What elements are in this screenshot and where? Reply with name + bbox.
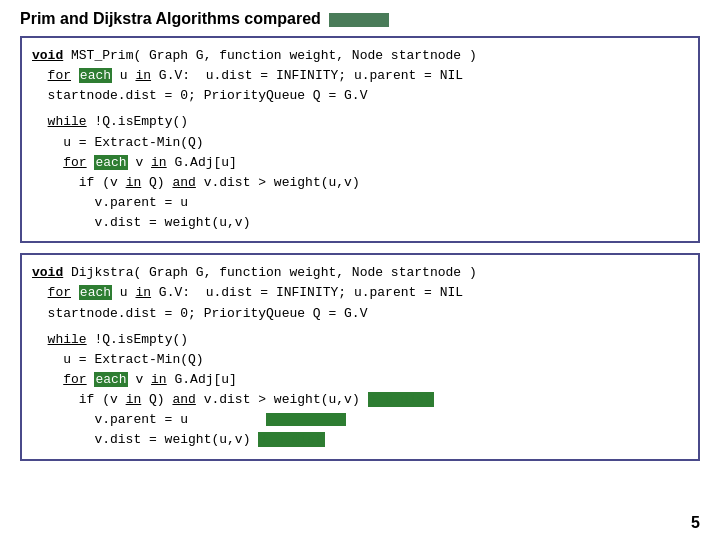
prim-line-1: void MST_Prim( Graph G, function weight,… xyxy=(32,46,688,66)
and-keyword-d: and xyxy=(172,392,195,407)
void-keyword: void xyxy=(32,48,63,63)
for-keyword-d: for xyxy=(48,285,71,300)
green-block xyxy=(266,413,346,426)
for-keyword-d2: for xyxy=(63,372,86,387)
prim-line-6: for each v in G.Adj[u] xyxy=(32,153,688,173)
in-keyword-d3: in xyxy=(126,392,142,407)
in-keyword: in xyxy=(135,68,151,83)
dijkstra-line-5: u = Extract-Min(Q) xyxy=(32,350,688,370)
while-keyword-d: while xyxy=(48,332,87,347)
page: Prim and Dijkstra Algorithms compared vo… xyxy=(0,0,720,540)
prim-line-2: for each u in G.V: u.dist = INFINITY; u.… xyxy=(32,66,688,86)
dijkstra-line-2: for each u in G.V: u.dist = INFINITY; u.… xyxy=(32,283,688,303)
prim-line-5: u = Extract-Min(Q) xyxy=(32,133,688,153)
void-keyword-d: void xyxy=(32,265,63,280)
prim-line-3: startnode.dist = 0; PriorityQueue Q = G.… xyxy=(32,86,688,106)
prim-line-7: if (v in Q) and v.dist > weight(u,v) xyxy=(32,173,688,193)
each-keyword-2: each xyxy=(94,155,127,170)
dijkstra-line-6: for each v in G.Adj[u] xyxy=(32,370,688,390)
dijkstra-line-4: while !Q.isEmpty() xyxy=(32,330,688,350)
dijkstra-line-3: startnode.dist = 0; PriorityQueue Q = G.… xyxy=(32,304,688,324)
each-keyword: each xyxy=(79,68,112,83)
title-text: Prim and Dijkstra Algorithms compared xyxy=(20,10,321,27)
dijkstra-line-8: v.parent = u xyxy=(32,410,688,430)
dijkstra-line-1: void Dijkstra( Graph G, function weight,… xyxy=(32,263,688,283)
in-keyword-d: in xyxy=(135,285,151,300)
title-highlight xyxy=(329,13,389,27)
in-keyword-2: in xyxy=(151,155,167,170)
prim-line-4: while !Q.isEmpty() xyxy=(32,112,688,132)
in-keyword-d2: in xyxy=(151,372,167,387)
and-keyword: and xyxy=(172,175,195,190)
while-keyword: while xyxy=(48,114,87,129)
prim-line-8: v.parent = u xyxy=(32,193,688,213)
each-keyword-d2: each xyxy=(94,372,127,387)
in-keyword-3: in xyxy=(126,175,142,190)
udist-highlight-2: + u.dist xyxy=(258,432,324,447)
dijkstra-code-box: void Dijkstra( Graph G, function weight,… xyxy=(20,253,700,460)
page-title: Prim and Dijkstra Algorithms compared xyxy=(20,10,700,28)
dijkstra-line-9: v.dist = weight(u,v) + u.dist xyxy=(32,430,688,450)
for-keyword-2: for xyxy=(63,155,86,170)
each-keyword-d: each xyxy=(79,285,112,300)
dijkstra-line-7: if (v in Q) and v.dist > weight(u,v) + u… xyxy=(32,390,688,410)
page-number: 5 xyxy=(691,514,700,532)
udist-highlight-1: + u.dist xyxy=(368,392,434,407)
for-keyword: for xyxy=(48,68,71,83)
prim-code-box: void MST_Prim( Graph G, function weight,… xyxy=(20,36,700,243)
prim-line-9: v.dist = weight(u,v) xyxy=(32,213,688,233)
